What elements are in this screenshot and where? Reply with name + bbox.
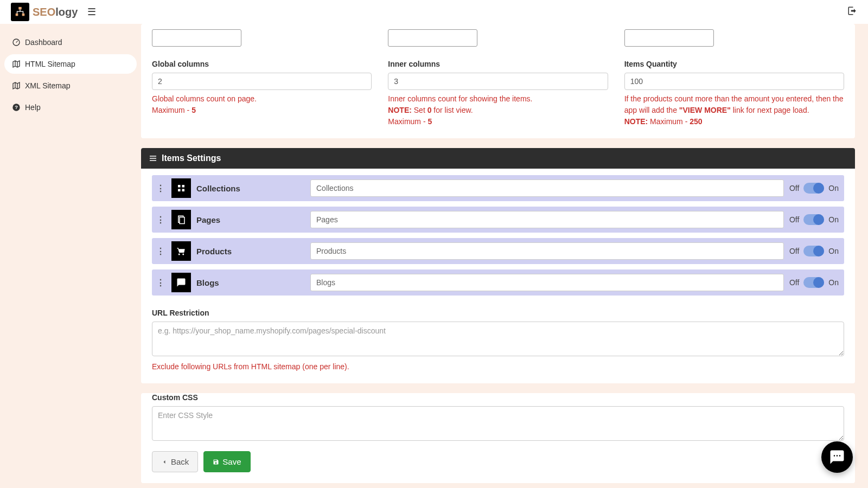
topbar: SEOlogy ☰: [0, 0, 868, 24]
nav-help-label: Help: [25, 103, 41, 112]
save-icon: [213, 459, 219, 465]
columns-card: Global columns Global columns count on p…: [141, 24, 855, 138]
chevron-left-icon: [161, 459, 168, 465]
items-settings-title: Items Settings: [162, 153, 221, 163]
top-input-3[interactable]: [624, 29, 714, 47]
nav-html-sitemap-label: HTML Sitemap: [25, 60, 75, 68]
chat-icon: [171, 273, 191, 292]
main-content: Global columns Global columns count on p…: [141, 24, 868, 488]
dashboard-icon: [12, 38, 21, 47]
logo-text-1: SEO: [33, 6, 55, 18]
svg-rect-2: [22, 14, 25, 16]
item-row-blogs: ⋮ Blogs Off On: [152, 269, 844, 296]
top-input-2[interactable]: [388, 29, 477, 47]
drag-handle-icon[interactable]: ⋮: [155, 183, 166, 194]
drag-handle-icon[interactable]: ⋮: [155, 278, 166, 288]
products-toggle[interactable]: [803, 246, 824, 256]
svg-rect-1: [16, 14, 18, 16]
map-icon: [12, 81, 21, 90]
url-restriction-help: Exclude following URLs from HTML sitemap…: [152, 361, 844, 373]
item-name: Pages: [196, 215, 305, 224]
on-label: On: [828, 278, 839, 287]
nav-xml-sitemap-label: XML Sitemap: [25, 81, 71, 90]
off-label: Off: [789, 247, 799, 255]
items-settings-card: Items Settings ⋮ Collections Off On ⋮ Pa…: [141, 148, 855, 383]
global-columns-input[interactable]: [152, 73, 372, 90]
logo-icon: [11, 3, 29, 21]
items-quantity-input[interactable]: [624, 73, 844, 90]
pages-input[interactable]: [310, 211, 784, 228]
item-name: Collections: [196, 184, 305, 193]
map-icon: [12, 60, 21, 68]
blogs-toggle[interactable]: [803, 277, 824, 288]
url-restriction-label: URL Restriction: [152, 309, 844, 317]
off-label: Off: [789, 184, 799, 192]
item-row-collections: ⋮ Collections Off On: [152, 175, 844, 201]
top-input-1[interactable]: [152, 29, 241, 47]
pages-toggle[interactable]: [803, 214, 824, 225]
collections-input[interactable]: [310, 179, 784, 197]
nav-help[interactable]: ? Help: [4, 98, 137, 117]
help-icon: ?: [12, 103, 21, 112]
on-label: On: [828, 247, 839, 255]
custom-css-textarea[interactable]: [152, 406, 844, 441]
drag-handle-icon[interactable]: ⋮: [155, 246, 166, 256]
items-quantity-label: Items Quantity: [624, 60, 844, 68]
drag-handle-icon[interactable]: ⋮: [155, 215, 166, 225]
inner-columns-label: Inner columns: [388, 60, 608, 68]
global-columns-label: Global columns: [152, 60, 372, 68]
svg-rect-0: [18, 7, 22, 10]
save-button[interactable]: Save: [203, 451, 250, 472]
items-settings-header: Items Settings: [141, 148, 855, 169]
nav-xml-sitemap[interactable]: XML Sitemap: [4, 76, 137, 95]
off-label: Off: [789, 278, 799, 287]
collections-icon: [171, 178, 191, 198]
item-row-pages: ⋮ Pages Off On: [152, 207, 844, 233]
nav-html-sitemap[interactable]: HTML Sitemap: [4, 54, 137, 74]
hamburger-icon[interactable]: ☰: [87, 6, 96, 18]
url-restriction-textarea[interactable]: [152, 322, 844, 356]
cart-icon: [171, 241, 191, 261]
chat-widget-button[interactable]: [821, 441, 853, 473]
custom-css-card: Custom CSS Back Save: [141, 393, 855, 483]
logout-icon[interactable]: [847, 6, 857, 18]
item-row-products: ⋮ Products Off On: [152, 238, 844, 264]
items-quantity-help: If the products count more than the amou…: [624, 93, 844, 127]
chat-bubble-icon: [829, 449, 845, 465]
item-name: Blogs: [196, 278, 305, 287]
save-button-label: Save: [222, 457, 241, 466]
inner-columns-input[interactable]: [388, 73, 608, 90]
custom-css-label: Custom CSS: [152, 393, 844, 402]
logo-text-2: logy: [55, 6, 78, 18]
logo[interactable]: SEOlogy: [11, 3, 78, 21]
on-label: On: [828, 184, 839, 192]
item-name: Products: [196, 247, 305, 256]
blogs-input[interactable]: [310, 274, 784, 291]
svg-rect-6: [180, 217, 184, 224]
svg-text:?: ?: [15, 105, 18, 110]
sidebar: Dashboard HTML Sitemap XML Sitemap ? Hel…: [0, 24, 141, 488]
collections-toggle[interactable]: [803, 183, 824, 194]
global-columns-help: Global columns count on page. Maximum - …: [152, 93, 372, 116]
back-button[interactable]: Back: [152, 451, 198, 472]
nav-dashboard[interactable]: Dashboard: [4, 33, 137, 52]
back-button-label: Back: [171, 457, 189, 466]
on-label: On: [828, 215, 839, 224]
nav-dashboard-label: Dashboard: [25, 38, 62, 47]
pages-icon: [171, 210, 191, 229]
list-icon: [149, 154, 157, 163]
off-label: Off: [789, 215, 799, 224]
inner-columns-help: Inner columns count for showing the item…: [388, 93, 608, 127]
products-input[interactable]: [310, 242, 784, 260]
